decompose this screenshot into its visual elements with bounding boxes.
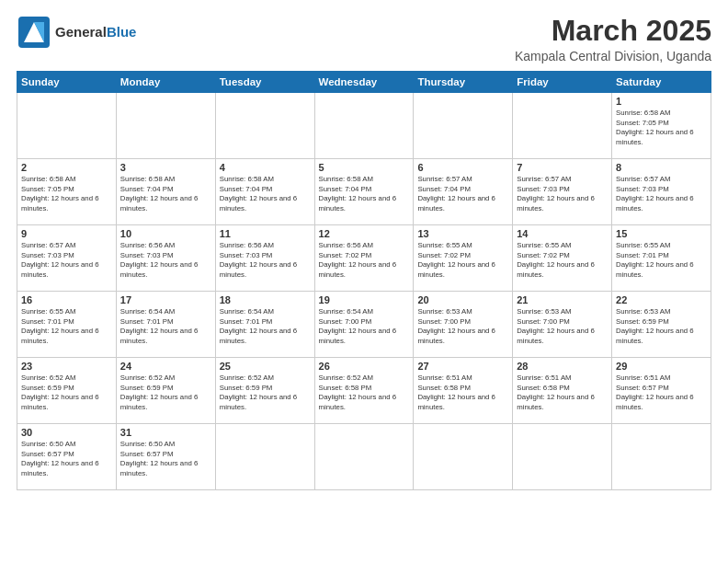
day-number: 5	[319, 162, 410, 173]
day-info: Sunrise: 6:55 AMSunset: 7:02 PMDaylight:…	[517, 241, 608, 280]
day-info: Sunrise: 6:50 AMSunset: 6:57 PMDaylight:…	[120, 440, 211, 478]
table-row: 29Sunrise: 6:51 AMSunset: 6:57 PMDayligh…	[612, 358, 711, 424]
col-header-tuesday: Tuesday	[215, 72, 314, 93]
day-info: Sunrise: 6:55 AMSunset: 7:01 PMDaylight:…	[616, 241, 707, 280]
day-info: Sunrise: 6:56 AMSunset: 7:03 PMDaylight:…	[120, 241, 211, 280]
col-header-friday: Friday	[513, 72, 612, 93]
calendar-week-0: 1Sunrise: 6:58 AMSunset: 7:05 PMDaylight…	[17, 93, 711, 159]
day-number: 8	[616, 162, 707, 173]
day-info: Sunrise: 6:57 AMSunset: 7:03 PMDaylight:…	[517, 175, 608, 213]
table-row: 28Sunrise: 6:51 AMSunset: 6:58 PMDayligh…	[513, 358, 612, 424]
table-row: 4Sunrise: 6:58 AMSunset: 7:04 PMDaylight…	[215, 159, 314, 225]
day-number: 14	[517, 228, 608, 239]
day-info: Sunrise: 6:57 AMSunset: 7:03 PMDaylight:…	[21, 241, 112, 280]
day-number: 26	[319, 361, 410, 372]
day-number: 21	[517, 294, 608, 305]
table-row: 20Sunrise: 6:53 AMSunset: 7:00 PMDayligh…	[414, 292, 513, 358]
table-row: 13Sunrise: 6:55 AMSunset: 7:02 PMDayligh…	[414, 225, 513, 292]
day-info: Sunrise: 6:52 AMSunset: 6:58 PMDaylight:…	[319, 373, 410, 412]
table-row	[314, 93, 414, 159]
col-header-sunday: Sunday	[17, 72, 117, 93]
table-row: 7Sunrise: 6:57 AMSunset: 7:03 PMDaylight…	[513, 159, 612, 225]
day-number: 3	[120, 162, 211, 173]
header: GeneralBlue March 2025 Kampala Central D…	[17, 15, 711, 63]
calendar-week-5: 30Sunrise: 6:50 AMSunset: 6:57 PMDayligh…	[17, 424, 711, 490]
day-number: 12	[319, 228, 410, 239]
table-row: 3Sunrise: 6:58 AMSunset: 7:04 PMDaylight…	[116, 159, 215, 225]
day-number: 20	[417, 294, 508, 305]
table-row: 12Sunrise: 6:56 AMSunset: 7:02 PMDayligh…	[314, 225, 414, 292]
day-info: Sunrise: 6:54 AMSunset: 7:00 PMDaylight:…	[319, 307, 410, 346]
day-number: 2	[21, 162, 112, 173]
table-row: 16Sunrise: 6:55 AMSunset: 7:01 PMDayligh…	[17, 292, 117, 358]
day-number: 24	[120, 361, 211, 372]
day-number: 23	[21, 361, 112, 372]
table-row: 30Sunrise: 6:50 AMSunset: 6:57 PMDayligh…	[17, 424, 117, 490]
table-row: 27Sunrise: 6:51 AMSunset: 6:58 PMDayligh…	[414, 358, 513, 424]
table-row	[215, 93, 314, 159]
table-row: 18Sunrise: 6:54 AMSunset: 7:01 PMDayligh…	[215, 292, 314, 358]
table-row: 10Sunrise: 6:56 AMSunset: 7:03 PMDayligh…	[116, 225, 215, 292]
day-info: Sunrise: 6:55 AMSunset: 7:01 PMDaylight:…	[21, 307, 112, 346]
table-row: 22Sunrise: 6:53 AMSunset: 6:59 PMDayligh…	[612, 292, 711, 358]
day-number: 15	[616, 228, 707, 239]
day-info: Sunrise: 6:57 AMSunset: 7:03 PMDaylight:…	[616, 175, 707, 213]
day-info: Sunrise: 6:52 AMSunset: 6:59 PMDaylight:…	[120, 373, 211, 412]
calendar-table: SundayMondayTuesdayWednesdayThursdayFrid…	[17, 71, 711, 490]
day-info: Sunrise: 6:58 AMSunset: 7:04 PMDaylight:…	[220, 175, 311, 213]
calendar-header-row: SundayMondayTuesdayWednesdayThursdayFrid…	[17, 72, 711, 93]
table-row	[612, 424, 711, 490]
table-row	[116, 93, 215, 159]
day-info: Sunrise: 6:58 AMSunset: 7:04 PMDaylight:…	[319, 175, 410, 213]
table-row: 6Sunrise: 6:57 AMSunset: 7:04 PMDaylight…	[414, 159, 513, 225]
title-block: March 2025 Kampala Central Division, Uga…	[515, 15, 711, 63]
table-row: 23Sunrise: 6:52 AMSunset: 6:59 PMDayligh…	[17, 358, 117, 424]
day-info: Sunrise: 6:55 AMSunset: 7:02 PMDaylight:…	[417, 241, 508, 280]
table-row	[513, 93, 612, 159]
table-row: 15Sunrise: 6:55 AMSunset: 7:01 PMDayligh…	[612, 225, 711, 292]
subtitle: Kampala Central Division, Uganda	[515, 49, 711, 63]
day-number: 6	[417, 162, 508, 173]
table-row: 11Sunrise: 6:56 AMSunset: 7:03 PMDayligh…	[215, 225, 314, 292]
table-row	[215, 424, 314, 490]
day-number: 28	[517, 361, 608, 372]
day-info: Sunrise: 6:54 AMSunset: 7:01 PMDaylight:…	[220, 307, 311, 346]
day-info: Sunrise: 6:57 AMSunset: 7:04 PMDaylight:…	[417, 175, 508, 213]
day-number: 30	[21, 427, 112, 438]
table-row: 2Sunrise: 6:58 AMSunset: 7:05 PMDaylight…	[17, 159, 117, 225]
table-row: 5Sunrise: 6:58 AMSunset: 7:04 PMDaylight…	[314, 159, 414, 225]
table-row: 17Sunrise: 6:54 AMSunset: 7:01 PMDayligh…	[116, 292, 215, 358]
table-row	[17, 93, 117, 159]
day-info: Sunrise: 6:50 AMSunset: 6:57 PMDaylight:…	[21, 440, 112, 478]
day-info: Sunrise: 6:53 AMSunset: 6:59 PMDaylight:…	[616, 307, 707, 346]
table-row: 9Sunrise: 6:57 AMSunset: 7:03 PMDaylight…	[17, 225, 117, 292]
main-title: March 2025	[515, 15, 711, 47]
day-number: 19	[319, 294, 410, 305]
day-info: Sunrise: 6:58 AMSunset: 7:05 PMDaylight:…	[616, 109, 707, 147]
day-info: Sunrise: 6:58 AMSunset: 7:04 PMDaylight:…	[120, 175, 211, 213]
logo: GeneralBlue	[17, 15, 136, 50]
col-header-saturday: Saturday	[612, 72, 711, 93]
day-info: Sunrise: 6:54 AMSunset: 7:01 PMDaylight:…	[120, 307, 211, 346]
calendar-week-1: 2Sunrise: 6:58 AMSunset: 7:05 PMDaylight…	[17, 159, 711, 225]
day-number: 1	[616, 96, 707, 107]
col-header-monday: Monday	[116, 72, 215, 93]
day-number: 11	[220, 228, 311, 239]
table-row: 26Sunrise: 6:52 AMSunset: 6:58 PMDayligh…	[314, 358, 414, 424]
table-row	[414, 93, 513, 159]
day-number: 22	[616, 294, 707, 305]
calendar-week-4: 23Sunrise: 6:52 AMSunset: 6:59 PMDayligh…	[17, 358, 711, 424]
calendar-week-2: 9Sunrise: 6:57 AMSunset: 7:03 PMDaylight…	[17, 225, 711, 292]
calendar-week-3: 16Sunrise: 6:55 AMSunset: 7:01 PMDayligh…	[17, 292, 711, 358]
day-info: Sunrise: 6:58 AMSunset: 7:05 PMDaylight:…	[21, 175, 112, 213]
day-info: Sunrise: 6:52 AMSunset: 6:59 PMDaylight:…	[21, 373, 112, 412]
day-number: 18	[220, 294, 311, 305]
day-number: 10	[120, 228, 211, 239]
table-row	[314, 424, 414, 490]
table-row: 8Sunrise: 6:57 AMSunset: 7:03 PMDaylight…	[612, 159, 711, 225]
table-row: 19Sunrise: 6:54 AMSunset: 7:00 PMDayligh…	[314, 292, 414, 358]
table-row: 31Sunrise: 6:50 AMSunset: 6:57 PMDayligh…	[116, 424, 215, 490]
logo-text: GeneralBlue	[55, 25, 136, 40]
table-row: 1Sunrise: 6:58 AMSunset: 7:05 PMDaylight…	[612, 93, 711, 159]
day-number: 25	[220, 361, 311, 372]
